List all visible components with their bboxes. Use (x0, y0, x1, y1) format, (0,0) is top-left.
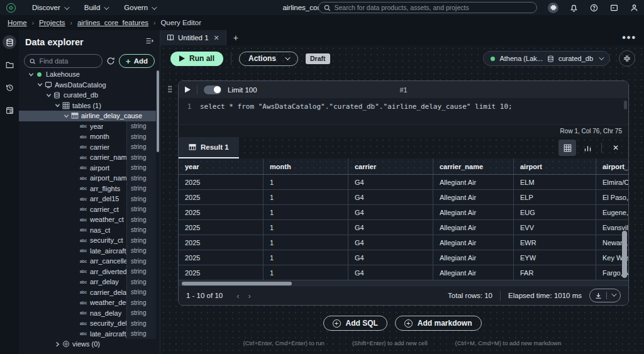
new-tab-button[interactable]: + (226, 30, 245, 45)
actions-button[interactable]: Actions (239, 52, 298, 66)
fullscreen-toggle-button[interactable] (619, 50, 635, 67)
table-vertical-scrollbar[interactable] (622, 231, 627, 278)
tree-item-carrier-delay[interactable]: abccarrier_delaystring (19, 287, 156, 298)
chevron-down-icon (152, 4, 157, 9)
global-search[interactable] (318, 2, 537, 13)
add-data-button[interactable]: + Add (119, 54, 155, 68)
breadcrumb-home[interactable]: Home (8, 19, 27, 26)
add-markdown-button[interactable]: + Add markdown (395, 316, 482, 331)
abc-icon: abc (79, 218, 88, 222)
tree-chevron-icon[interactable] (36, 81, 43, 88)
tree-chevron-icon[interactable] (63, 113, 70, 119)
nav-menu-govern[interactable]: Govern (119, 4, 167, 11)
tree-item-arr-flights[interactable]: abcarr_flightsstring (19, 184, 156, 194)
find-data-input[interactable] (39, 57, 97, 65)
table-cell: Allegiant Air (433, 235, 514, 250)
tree-item-weather-ct[interactable]: abcweather_ctstring (19, 214, 156, 225)
tree-chevron-icon[interactable] (54, 341, 61, 348)
notifications-bell-icon[interactable] (569, 3, 579, 13)
sidebar-scrollbar[interactable] (157, 70, 159, 152)
settings-gear-icon[interactable] (548, 3, 558, 13)
projects-folder-rail-icon[interactable] (3, 58, 16, 72)
table-cell: 2025 (179, 190, 264, 204)
app-logo-icon[interactable] (6, 3, 16, 13)
tree-item-nas-delay[interactable]: abcnas_delaystring (19, 308, 156, 319)
tree-item-arr-delay[interactable]: abcarr_delaystring (19, 277, 156, 287)
tree-item-awsdatacatalog[interactable]: AwsDataCatalog (19, 80, 156, 91)
help-icon[interactable] (589, 3, 599, 13)
chevron-down-icon (599, 55, 604, 60)
nav-menu-discover[interactable]: Discover (27, 4, 79, 11)
download-results-button[interactable] (589, 289, 621, 302)
tree-item-security-ct[interactable]: abcsecurity_ctstring (19, 235, 156, 246)
tree-chevron-icon[interactable] (54, 102, 61, 109)
breadcrumb-projects[interactable]: Projects (39, 19, 65, 26)
tree-item-arr-del15[interactable]: abcarr_del15string (19, 194, 156, 204)
close-tab-icon[interactable]: ✕ (214, 34, 219, 42)
result-tab-1[interactable]: Result 1 (179, 137, 239, 158)
tree-item-carrier-ct[interactable]: abccarrier_ctstring (19, 204, 156, 215)
table-view-icon[interactable] (558, 140, 576, 156)
tab-untitled-1[interactable]: Untitled 1 ✕ (160, 30, 226, 45)
hscroll-thumb[interactable] (182, 282, 292, 285)
collapse-panel-icon[interactable] (145, 36, 153, 48)
tree-item-year[interactable]: abcyearstring (19, 121, 156, 132)
tree-chevron-icon[interactable] (28, 71, 35, 78)
tree-item-airline-delay-cause[interactable]: airline_delay_cause (19, 111, 156, 121)
tree-item-arr-cancelled[interactable]: abcarr_cancelledstring (19, 256, 156, 267)
tree-item-weather-delay[interactable]: abcweather_delaystring (19, 297, 156, 308)
editor-scrollbar[interactable] (624, 101, 627, 109)
tree-chevron-icon[interactable] (45, 92, 52, 99)
chart-view-icon[interactable] (579, 140, 596, 156)
search-icon (30, 58, 35, 65)
connection-selector[interactable]: Athena (Lak... curated_db (483, 51, 610, 66)
table-icon (70, 112, 79, 119)
run-all-button[interactable]: Run all (170, 52, 223, 66)
tree-item-carrier[interactable]: abccarrierstring (19, 142, 156, 153)
column-header-month: month (264, 158, 348, 174)
more-options-icon[interactable]: ••• (622, 30, 636, 45)
feedback-icon[interactable] (609, 3, 619, 13)
tree-item-tables-1-[interactable]: tables (1) (19, 101, 156, 111)
tree-item-carrier-name[interactable]: abccarrier_namestring (19, 152, 156, 163)
tree-item-late-aircraft-ct[interactable]: abclate_aircraft_ctstring (19, 246, 156, 257)
results-table: yearmonthcarriercarrier_nameairportairpo… (179, 158, 628, 280)
global-search-input[interactable] (334, 4, 531, 11)
run-cell-button[interactable] (185, 86, 191, 93)
find-data-search[interactable] (24, 54, 103, 68)
tree-item-nas-ct[interactable]: abcnas_ctstring (19, 225, 156, 236)
tree-item-curated-db[interactable]: curated_db (19, 90, 156, 101)
tree-item-views-0-[interactable]: views (0) (19, 339, 156, 350)
tree-item-label: carrier_ct (90, 206, 119, 213)
query-history-rail-icon[interactable] (3, 80, 16, 94)
tree-item-airport[interactable]: abcairportstring (19, 163, 156, 174)
next-page-icon[interactable]: › (248, 291, 251, 301)
database-label: curated_db (558, 55, 593, 62)
add-sql-button[interactable]: + Add SQL (323, 316, 387, 331)
limit-toggle[interactable] (204, 86, 221, 94)
user-profile-icon[interactable] (630, 3, 639, 13)
total-rows-label: Total rows: 10 (448, 292, 492, 299)
scheduled-queries-rail-icon[interactable] (3, 103, 16, 117)
nav-menu-build[interactable]: Build (79, 4, 119, 11)
sql-code-editor[interactable]: 1 select * from "AwsDataCatalog"."curate… (179, 98, 628, 124)
breadcrumb-airlines-core-features[interactable]: airlines_core_features (77, 19, 148, 26)
chevron-down-icon (64, 4, 69, 9)
left-icon-rail (0, 30, 19, 354)
data-explorer-rail-icon[interactable] (3, 35, 16, 49)
tree-item-month[interactable]: abcmonthstring (19, 131, 156, 142)
close-results-icon[interactable]: ✕ (607, 140, 625, 156)
tree-item-arr-diverted[interactable]: abcarr_divertedstring (19, 267, 156, 277)
table-cell: ELM (514, 175, 596, 189)
tree-item-security-delay[interactable]: abcsecurity_delaystring (19, 318, 156, 329)
tree-item-airport-name[interactable]: abcairport_namestring (19, 173, 156, 184)
abc-icon: abc (79, 135, 88, 139)
query-editor-app: DiscoverBuildGovern airlines_core_featur… (0, 0, 644, 354)
play-icon (179, 55, 185, 62)
refresh-icon[interactable] (106, 57, 115, 65)
prev-page-icon[interactable]: ‹ (236, 291, 239, 301)
tree-item-late-aircraft-delay[interactable]: abclate_aircraft_delaystring (19, 329, 156, 340)
tree-item-lakehouse[interactable]: Lakehouse (19, 69, 156, 80)
add-data-label: Add (134, 57, 148, 65)
cell-drag-handle[interactable]: •••••• (168, 86, 174, 93)
